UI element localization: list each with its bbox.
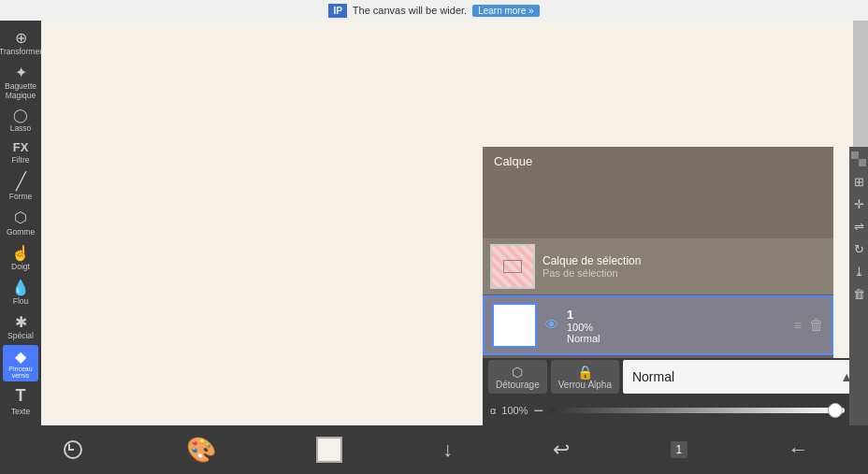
- right-icon-bar: ⊞ ✛ ⇌ ↻ ⤓ 🗑: [849, 147, 868, 425]
- tool-special[interactable]: ✱ Spécial: [3, 310, 38, 343]
- tool-filtre-label: Filtre: [12, 155, 30, 165]
- filtre-icon: FX: [13, 140, 29, 155]
- tool-baguette-label: Baguette Magique: [3, 81, 38, 100]
- move-icon[interactable]: ✛: [850, 195, 867, 212]
- alpha-percent: 100%: [501, 405, 528, 416]
- tool-gomme-label: Gomme: [7, 227, 35, 237]
- tool-lasso-label: Lasso: [10, 123, 32, 133]
- download-button[interactable]: ↓: [442, 438, 453, 462]
- blend-control-row: ⬡ Détourage 🔒 Verrou Alpha Normal ▲: [483, 358, 868, 395]
- layer-panel-title: Calque: [494, 154, 532, 168]
- doigt-icon: ☝: [11, 244, 30, 262]
- active-layer-row[interactable]: 👁 1 100% Normal ≡ 🗑: [483, 295, 833, 355]
- tool-baguette[interactable]: ✦ Baguette Magique: [3, 61, 38, 103]
- back-button[interactable]: ←: [788, 438, 808, 462]
- defourage-label: Détourage: [496, 380, 540, 390]
- transformer-icon: ⊕: [15, 29, 27, 47]
- bottom-toolbar: 🎨 ↓ ↩ 1 ←: [0, 425, 868, 474]
- active-layer-blend: Normal: [567, 333, 787, 344]
- tool-gomme[interactable]: ⬡ Gomme: [3, 206, 38, 238]
- rotate-icon[interactable]: ↻: [850, 240, 867, 257]
- selection-layer-thumb: [490, 244, 535, 289]
- bottom-control-panel: ⬡ Détourage 🔒 Verrou Alpha Normal ▲ α 10…: [483, 358, 868, 425]
- alpha-label: α: [490, 405, 496, 416]
- alpha-slider[interactable]: [549, 408, 845, 413]
- svg-rect-3: [851, 159, 859, 166]
- svg-rect-0: [851, 151, 859, 159]
- verrou-alpha-button[interactable]: 🔒 Verrou Alpha: [551, 360, 619, 394]
- special-icon: ✱: [15, 313, 27, 331]
- tool-forme-label: Forme: [9, 192, 33, 201]
- verrou-label: Verrou Alpha: [558, 380, 612, 390]
- layer-eye-icon[interactable]: 👁: [544, 317, 559, 334]
- layer-options-icon[interactable]: ≡: [794, 318, 802, 333]
- history-button[interactable]: [60, 437, 86, 463]
- baguette-icon: ✦: [15, 64, 27, 81]
- undo-button[interactable]: ↩: [553, 438, 570, 462]
- tool-transformer-label: Transformer: [0, 47, 42, 56]
- page-counter: 1: [671, 441, 688, 458]
- svg-rect-2: [859, 151, 866, 159]
- defourage-icon: ⬡: [512, 365, 523, 380]
- alpha-slider-thumb[interactable]: [828, 403, 843, 418]
- tool-doigt-label: Doigt: [11, 262, 30, 271]
- alpha-minus-button[interactable]: −: [534, 401, 544, 421]
- tool-special-label: Spécial: [7, 331, 34, 340]
- trash-icon[interactable]: 🗑: [850, 285, 867, 302]
- learn-more-button[interactable]: Learn more »: [472, 5, 539, 17]
- active-layer-opacity: 100%: [567, 322, 787, 333]
- color-swatch-button[interactable]: [316, 437, 342, 463]
- selection-layer-name: Calque de sélection: [542, 254, 826, 267]
- tool-texte[interactable]: T Texte: [3, 383, 38, 419]
- layer-panel-header: Calque: [483, 147, 833, 176]
- tool-doigt[interactable]: ☝ Doigt: [3, 241, 38, 274]
- tool-forme[interactable]: ╱ Forme: [3, 169, 38, 205]
- selection-layer-row[interactable]: Calque de sélection Pas de sélection: [483, 238, 833, 295]
- tool-flou[interactable]: 💧 Flou: [3, 276, 38, 309]
- top-banner: IP The canvas will be wider. Learn more …: [0, 0, 868, 21]
- tool-texte-label: Texte: [11, 407, 30, 416]
- blend-mode-display[interactable]: Normal ▲: [623, 360, 862, 394]
- verrou-icon: 🔒: [577, 365, 593, 380]
- left-toolbar: ⊕ Transformer ✦ Baguette Magique ◯ Lasso…: [0, 21, 41, 425]
- lasso-icon: ◯: [13, 108, 28, 123]
- selection-layer-info: Calque de sélection Pas de sélection: [542, 254, 826, 279]
- forme-icon: ╱: [16, 172, 26, 193]
- flou-icon: 💧: [11, 279, 30, 296]
- selection-layer-sub: Pas de sélection: [542, 267, 826, 279]
- tool-pinceau[interactable]: ◆ Pinceau vernis: [3, 345, 38, 381]
- defourage-button[interactable]: ⬡ Détourage: [488, 360, 547, 394]
- tool-pinceau-label: Pinceau vernis: [3, 366, 38, 379]
- flip-icon[interactable]: ⇌: [850, 218, 867, 235]
- gomme-icon: ⬡: [14, 208, 27, 226]
- tool-lasso[interactable]: ◯ Lasso: [3, 105, 38, 136]
- active-layer-thumb: [492, 303, 537, 348]
- layer-delete-icon[interactable]: 🗑: [809, 317, 824, 334]
- alpha-control-row: α 100% − +: [483, 395, 868, 425]
- svg-rect-1: [859, 159, 866, 166]
- active-layer-info: 1 100% Normal: [567, 308, 787, 344]
- checker-pattern-icon[interactable]: [850, 151, 867, 167]
- download-right-icon[interactable]: ⤓: [850, 263, 867, 280]
- tool-flou-label: Flou: [13, 296, 29, 306]
- banner-icon: IP: [328, 4, 346, 18]
- banner-text: The canvas will be wider.: [353, 5, 467, 16]
- color-wheel-button[interactable]: 🎨: [186, 436, 216, 465]
- pinceau-icon: ◆: [15, 348, 26, 366]
- active-layer-number: 1: [567, 308, 787, 322]
- tool-transformer[interactable]: ⊕ Transformer: [3, 26, 38, 59]
- texte-icon: T: [16, 386, 26, 407]
- tool-filtre[interactable]: FX Filtre: [3, 137, 38, 167]
- page-counter-value: 1: [671, 441, 688, 458]
- grid-icon[interactable]: ⊞: [850, 173, 867, 190]
- blend-mode-label: Normal: [632, 369, 674, 384]
- selection-thumb-box: [503, 260, 522, 273]
